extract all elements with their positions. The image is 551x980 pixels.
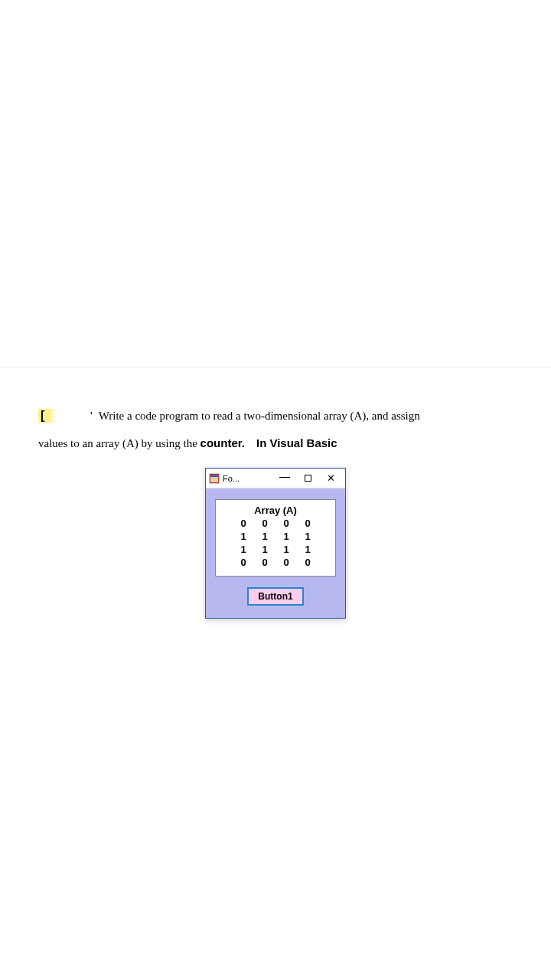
document-content: [ ' Write a code program to read a two-d… (0, 368, 551, 619)
array-cell: 0 (254, 557, 276, 570)
question-line-1: [ ' Write a code program to read a two-d… (38, 407, 513, 425)
array-display-box: Array (A) 0 0 0 0 1 1 1 1 1 (215, 499, 336, 577)
array-row: 0 0 0 0 (222, 518, 329, 531)
question-line-2: values to an array (A) by using the coun… (38, 434, 513, 452)
apostrophe-mark: ' (90, 410, 93, 422)
array-cell: 1 (276, 544, 297, 557)
window-title: Fo... (223, 474, 240, 483)
array-cell: 0 (254, 518, 276, 531)
title-bar: Fo... — ✕ (206, 469, 345, 488)
array-cell: 1 (254, 531, 276, 544)
array-cell: 1 (233, 531, 254, 544)
minimize-button[interactable]: — (273, 469, 296, 488)
minimize-icon: — (279, 471, 290, 482)
window-controls: — ✕ (273, 469, 342, 488)
button1[interactable]: Button1 (247, 587, 303, 606)
array-cell: 0 (276, 557, 297, 570)
array-cell: 0 (297, 518, 318, 531)
svg-rect-2 (210, 475, 218, 477)
form-window: Fo... — ✕ Array (A) 0 0 (205, 468, 346, 619)
highlight-marker: [ (38, 409, 57, 423)
array-cell: 0 (233, 557, 254, 570)
close-icon: ✕ (327, 473, 335, 483)
array-cell: 1 (233, 544, 254, 557)
array-cell: 0 (297, 557, 318, 570)
array-grid: 0 0 0 0 1 1 1 1 1 1 1 1 (222, 518, 329, 570)
close-button[interactable]: ✕ (319, 469, 342, 488)
array-cell: 1 (254, 544, 276, 557)
form-body: Array (A) 0 0 0 0 1 1 1 1 1 (206, 488, 345, 618)
array-cell: 1 (297, 544, 318, 557)
question-text-1: Write a code program to read a two-dimen… (99, 407, 420, 425)
array-cell: 0 (233, 518, 254, 531)
maximize-icon (305, 475, 311, 482)
button-container: Button1 (215, 587, 336, 606)
array-cell: 1 (276, 531, 297, 544)
array-cell: 1 (297, 531, 318, 544)
bracket-icon: [ (41, 409, 44, 423)
maximize-button[interactable] (296, 469, 319, 488)
counter-word: counter. (201, 436, 245, 449)
array-row: 0 0 0 0 (222, 557, 329, 570)
array-row: 1 1 1 1 (222, 531, 329, 544)
form-icon (209, 473, 220, 484)
svg-rect-1 (210, 477, 218, 482)
array-cell: 0 (276, 518, 297, 531)
visual-basic-label: In Visual Basic (256, 436, 337, 449)
array-row: 1 1 1 1 (222, 544, 329, 557)
question-text-2: values to an array (A) by using the (38, 437, 201, 449)
array-title: Array (A) (222, 505, 329, 516)
